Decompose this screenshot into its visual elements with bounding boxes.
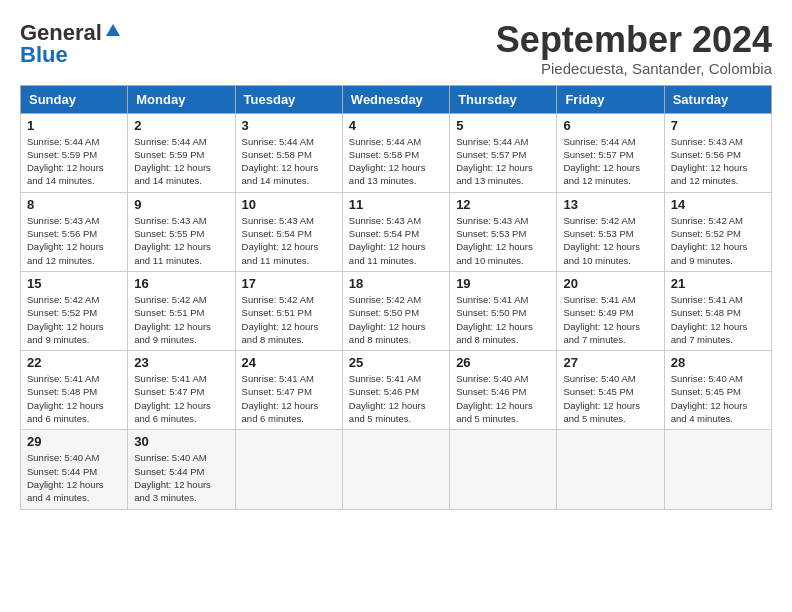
- day-number: 20: [563, 276, 657, 291]
- calendar-day-cell: 1Sunrise: 5:44 AMSunset: 5:59 PMDaylight…: [21, 113, 128, 192]
- day-number: 22: [27, 355, 121, 370]
- day-number: 11: [349, 197, 443, 212]
- day-info-text: Sunrise: 5:44 AMSunset: 5:58 PMDaylight:…: [242, 135, 336, 188]
- calendar-day-cell: 14Sunrise: 5:42 AMSunset: 5:52 PMDayligh…: [664, 192, 771, 271]
- svg-marker-0: [106, 24, 120, 36]
- day-number: 19: [456, 276, 550, 291]
- weekday-header: Monday: [128, 85, 235, 113]
- day-number: 16: [134, 276, 228, 291]
- calendar-day-cell: 15Sunrise: 5:42 AMSunset: 5:52 PMDayligh…: [21, 271, 128, 350]
- day-info-text: Sunrise: 5:41 AMSunset: 5:50 PMDaylight:…: [456, 293, 550, 346]
- month-title: September 2024: [496, 20, 772, 60]
- weekday-header: Friday: [557, 85, 664, 113]
- day-number: 14: [671, 197, 765, 212]
- day-info-text: Sunrise: 5:41 AMSunset: 5:47 PMDaylight:…: [242, 372, 336, 425]
- day-info-text: Sunrise: 5:44 AMSunset: 5:59 PMDaylight:…: [27, 135, 121, 188]
- day-number: 9: [134, 197, 228, 212]
- day-info-text: Sunrise: 5:44 AMSunset: 5:58 PMDaylight:…: [349, 135, 443, 188]
- calendar-day-cell: [342, 430, 449, 509]
- day-number: 5: [456, 118, 550, 133]
- calendar-day-cell: 27Sunrise: 5:40 AMSunset: 5:45 PMDayligh…: [557, 351, 664, 430]
- calendar-day-cell: 6Sunrise: 5:44 AMSunset: 5:57 PMDaylight…: [557, 113, 664, 192]
- calendar-day-cell: 16Sunrise: 5:42 AMSunset: 5:51 PMDayligh…: [128, 271, 235, 350]
- calendar-table: SundayMondayTuesdayWednesdayThursdayFrid…: [20, 85, 772, 510]
- day-info-text: Sunrise: 5:40 AMSunset: 5:45 PMDaylight:…: [563, 372, 657, 425]
- calendar-day-cell: 9Sunrise: 5:43 AMSunset: 5:55 PMDaylight…: [128, 192, 235, 271]
- calendar-day-cell: 21Sunrise: 5:41 AMSunset: 5:48 PMDayligh…: [664, 271, 771, 350]
- day-number: 1: [27, 118, 121, 133]
- day-number: 23: [134, 355, 228, 370]
- calendar-day-cell: 22Sunrise: 5:41 AMSunset: 5:48 PMDayligh…: [21, 351, 128, 430]
- calendar-week-row: 1Sunrise: 5:44 AMSunset: 5:59 PMDaylight…: [21, 113, 772, 192]
- calendar-day-cell: 10Sunrise: 5:43 AMSunset: 5:54 PMDayligh…: [235, 192, 342, 271]
- calendar-day-cell: [557, 430, 664, 509]
- day-number: 8: [27, 197, 121, 212]
- day-number: 4: [349, 118, 443, 133]
- day-info-text: Sunrise: 5:40 AMSunset: 5:45 PMDaylight:…: [671, 372, 765, 425]
- day-number: 7: [671, 118, 765, 133]
- day-info-text: Sunrise: 5:44 AMSunset: 5:59 PMDaylight:…: [134, 135, 228, 188]
- page-header: General Blue September 2024 Piedecuesta,…: [20, 20, 772, 77]
- day-info-text: Sunrise: 5:44 AMSunset: 5:57 PMDaylight:…: [563, 135, 657, 188]
- calendar-day-cell: 5Sunrise: 5:44 AMSunset: 5:57 PMDaylight…: [450, 113, 557, 192]
- logo-blue-text: Blue: [20, 42, 68, 68]
- calendar-day-cell: 2Sunrise: 5:44 AMSunset: 5:59 PMDaylight…: [128, 113, 235, 192]
- calendar-week-row: 29Sunrise: 5:40 AMSunset: 5:44 PMDayligh…: [21, 430, 772, 509]
- day-info-text: Sunrise: 5:43 AMSunset: 5:56 PMDaylight:…: [27, 214, 121, 267]
- calendar-day-cell: 24Sunrise: 5:41 AMSunset: 5:47 PMDayligh…: [235, 351, 342, 430]
- calendar-day-cell: 20Sunrise: 5:41 AMSunset: 5:49 PMDayligh…: [557, 271, 664, 350]
- day-info-text: Sunrise: 5:43 AMSunset: 5:56 PMDaylight:…: [671, 135, 765, 188]
- day-info-text: Sunrise: 5:43 AMSunset: 5:53 PMDaylight:…: [456, 214, 550, 267]
- weekday-header: Thursday: [450, 85, 557, 113]
- calendar-day-cell: [664, 430, 771, 509]
- day-info-text: Sunrise: 5:43 AMSunset: 5:55 PMDaylight:…: [134, 214, 228, 267]
- day-info-text: Sunrise: 5:42 AMSunset: 5:51 PMDaylight:…: [242, 293, 336, 346]
- calendar-day-cell: 8Sunrise: 5:43 AMSunset: 5:56 PMDaylight…: [21, 192, 128, 271]
- day-number: 10: [242, 197, 336, 212]
- day-number: 29: [27, 434, 121, 449]
- day-info-text: Sunrise: 5:40 AMSunset: 5:46 PMDaylight:…: [456, 372, 550, 425]
- day-number: 3: [242, 118, 336, 133]
- calendar-day-cell: 28Sunrise: 5:40 AMSunset: 5:45 PMDayligh…: [664, 351, 771, 430]
- logo: General Blue: [20, 20, 122, 68]
- day-number: 27: [563, 355, 657, 370]
- calendar-day-cell: [450, 430, 557, 509]
- calendar-day-cell: 13Sunrise: 5:42 AMSunset: 5:53 PMDayligh…: [557, 192, 664, 271]
- day-number: 25: [349, 355, 443, 370]
- day-number: 26: [456, 355, 550, 370]
- day-number: 28: [671, 355, 765, 370]
- calendar-day-cell: 30Sunrise: 5:40 AMSunset: 5:44 PMDayligh…: [128, 430, 235, 509]
- day-info-text: Sunrise: 5:41 AMSunset: 5:49 PMDaylight:…: [563, 293, 657, 346]
- day-info-text: Sunrise: 5:44 AMSunset: 5:57 PMDaylight:…: [456, 135, 550, 188]
- day-number: 12: [456, 197, 550, 212]
- calendar-day-cell: 29Sunrise: 5:40 AMSunset: 5:44 PMDayligh…: [21, 430, 128, 509]
- day-info-text: Sunrise: 5:42 AMSunset: 5:53 PMDaylight:…: [563, 214, 657, 267]
- day-number: 18: [349, 276, 443, 291]
- day-info-text: Sunrise: 5:40 AMSunset: 5:44 PMDaylight:…: [134, 451, 228, 504]
- weekday-header: Sunday: [21, 85, 128, 113]
- location-text: Piedecuesta, Santander, Colombia: [496, 60, 772, 77]
- calendar-day-cell: 12Sunrise: 5:43 AMSunset: 5:53 PMDayligh…: [450, 192, 557, 271]
- day-number: 17: [242, 276, 336, 291]
- day-number: 24: [242, 355, 336, 370]
- day-info-text: Sunrise: 5:40 AMSunset: 5:44 PMDaylight:…: [27, 451, 121, 504]
- calendar-day-cell: 11Sunrise: 5:43 AMSunset: 5:54 PMDayligh…: [342, 192, 449, 271]
- day-number: 15: [27, 276, 121, 291]
- calendar-day-cell: 23Sunrise: 5:41 AMSunset: 5:47 PMDayligh…: [128, 351, 235, 430]
- weekday-header: Saturday: [664, 85, 771, 113]
- calendar-day-cell: 7Sunrise: 5:43 AMSunset: 5:56 PMDaylight…: [664, 113, 771, 192]
- day-number: 30: [134, 434, 228, 449]
- day-info-text: Sunrise: 5:41 AMSunset: 5:48 PMDaylight:…: [671, 293, 765, 346]
- calendar-day-cell: 4Sunrise: 5:44 AMSunset: 5:58 PMDaylight…: [342, 113, 449, 192]
- day-number: 21: [671, 276, 765, 291]
- day-info-text: Sunrise: 5:42 AMSunset: 5:50 PMDaylight:…: [349, 293, 443, 346]
- day-info-text: Sunrise: 5:42 AMSunset: 5:52 PMDaylight:…: [27, 293, 121, 346]
- calendar-day-cell: 3Sunrise: 5:44 AMSunset: 5:58 PMDaylight…: [235, 113, 342, 192]
- calendar-day-cell: 19Sunrise: 5:41 AMSunset: 5:50 PMDayligh…: [450, 271, 557, 350]
- day-info-text: Sunrise: 5:42 AMSunset: 5:51 PMDaylight:…: [134, 293, 228, 346]
- day-info-text: Sunrise: 5:41 AMSunset: 5:48 PMDaylight:…: [27, 372, 121, 425]
- calendar-day-cell: 25Sunrise: 5:41 AMSunset: 5:46 PMDayligh…: [342, 351, 449, 430]
- weekday-header: Wednesday: [342, 85, 449, 113]
- day-info-text: Sunrise: 5:42 AMSunset: 5:52 PMDaylight:…: [671, 214, 765, 267]
- day-info-text: Sunrise: 5:41 AMSunset: 5:46 PMDaylight:…: [349, 372, 443, 425]
